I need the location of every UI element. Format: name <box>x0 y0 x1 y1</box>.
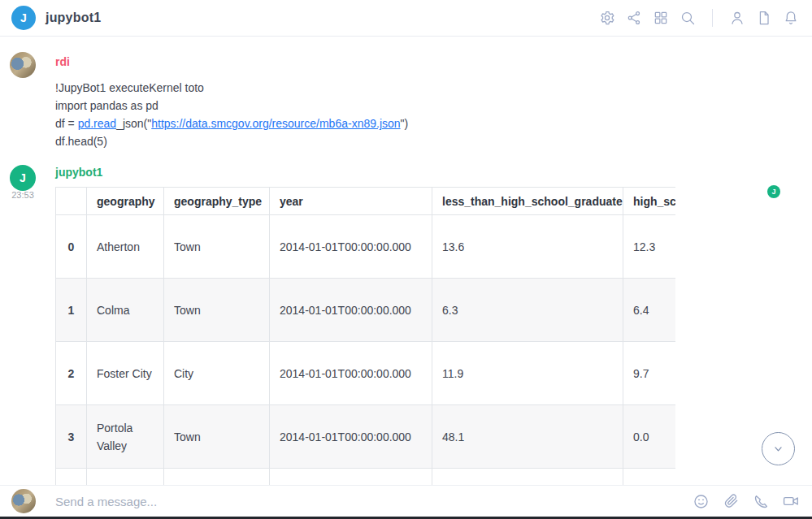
table-cell <box>270 469 432 486</box>
dataframe-body: 0AthertonTown2014-01-01T00:00:00.00013.6… <box>56 215 676 486</box>
message-composer <box>0 485 812 517</box>
table-cell: Atherton <box>87 215 164 279</box>
code-text: _json(" <box>116 117 151 130</box>
table-cell: 48.1 <box>432 405 623 469</box>
url-link[interactable]: https://data.smcgov.org/resource/mb6a-xn… <box>151 117 400 130</box>
table-row <box>56 469 676 486</box>
jump-to-bottom-button[interactable] <box>762 432 795 465</box>
code-text: ") <box>401 117 409 130</box>
table-cell: Foster City <box>87 342 164 405</box>
bot-avatar-letter: J <box>20 171 26 184</box>
table-cell: Town <box>164 279 270 342</box>
code-text: df = <box>55 117 78 130</box>
table-cell <box>56 469 87 486</box>
table-row: 3Portola ValleyTown2014-01-01T00:00:00.0… <box>56 405 676 469</box>
table-cell: 0 <box>56 215 87 279</box>
table-cell: 11.9 <box>432 342 623 405</box>
table-cell <box>432 469 623 486</box>
chevron-down-icon <box>771 441 786 456</box>
emoji-icon[interactable] <box>691 491 710 511</box>
user-avatar[interactable] <box>10 52 36 78</box>
table-cell: 6.3 <box>432 279 623 342</box>
column-header: year <box>270 188 432 215</box>
read-receipt-letter: J <box>771 188 775 196</box>
table-cell <box>623 469 676 486</box>
table-cell: 6.4 <box>623 279 676 342</box>
table-cell: Town <box>164 405 270 469</box>
gear-icon[interactable] <box>597 8 617 28</box>
channel-avatar[interactable]: J <box>11 6 36 30</box>
read-receipt-badge: J <box>767 185 780 198</box>
column-header: geography_type <box>164 188 270 215</box>
message-text-line: df = pd.read_json("https://data.smcgov.o… <box>55 115 812 132</box>
app-window: J jupybot1 <box>0 0 812 519</box>
table-cell: 2 <box>56 342 87 405</box>
document-icon[interactable] <box>754 8 774 28</box>
table-cell: Colma <box>87 279 164 342</box>
table-cell: 13.6 <box>432 215 623 279</box>
table-cell: 0.0 <box>623 405 676 469</box>
username-rdi[interactable]: rdi <box>55 56 70 68</box>
bell-icon[interactable] <box>781 8 801 28</box>
composer-toolbar <box>691 491 801 511</box>
message-text-line: import pandas as pd <box>55 97 812 115</box>
search-icon[interactable] <box>678 8 697 28</box>
phone-icon[interactable] <box>751 491 771 511</box>
column-header: less_than_high_school_graduate <box>432 188 623 215</box>
table-cell: Portola Valley <box>87 405 164 469</box>
table-cell: 2014-01-01T00:00:00.000 <box>270 215 432 279</box>
channel-title[interactable]: jupybot1 <box>46 11 101 25</box>
table-cell: 2014-01-01T00:00:00.000 <box>270 342 432 405</box>
bot-avatar[interactable]: J <box>10 165 36 191</box>
table-cell <box>87 469 164 486</box>
table-cell: City <box>164 342 270 405</box>
username-jupybot1[interactable]: jupybot1 <box>55 167 102 179</box>
table-row: 2Foster CityCity2014-01-01T00:00:00.0001… <box>56 342 676 405</box>
paperclip-icon[interactable] <box>721 491 740 511</box>
column-header <box>56 188 87 215</box>
channel-avatar-letter: J <box>20 11 27 24</box>
message-jupybot1: J 23:53 jupybot1 geographygeography_type… <box>0 165 812 485</box>
dataframe-head-row: geographygeography_typeyearless_than_hig… <box>56 188 676 215</box>
message-input[interactable] <box>55 495 683 508</box>
composer-avatar[interactable] <box>11 489 36 513</box>
table-cell: 2014-01-01T00:00:00.000 <box>270 405 432 469</box>
table-row: 0AthertonTown2014-01-01T00:00:00.00013.6… <box>56 215 676 279</box>
message-text-line: !JupyBot1 executeKernel toto <box>55 79 812 97</box>
table-cell: Town <box>164 215 270 279</box>
dataframe-table-container[interactable]: geographygeography_typeyearless_than_hig… <box>55 187 675 485</box>
message-rdi: rdi !JupyBot1 executeKernel toto import … <box>0 52 812 150</box>
person-icon[interactable] <box>727 8 747 28</box>
table-cell: 12.3 <box>623 215 676 279</box>
channel-header: J jupybot1 <box>0 0 812 37</box>
table-cell: 1 <box>56 279 87 342</box>
message-timestamp: 23:53 <box>10 190 36 200</box>
code-link[interactable]: pd.read <box>78 117 116 130</box>
message-list[interactable]: rdi !JupyBot1 executeKernel toto import … <box>0 37 812 485</box>
apps-grid-icon[interactable] <box>651 8 671 28</box>
video-camera-icon[interactable] <box>781 491 801 511</box>
header-toolbar <box>597 8 801 28</box>
table-cell <box>164 469 270 486</box>
table-cell: 3 <box>56 405 87 469</box>
dataframe-table: geographygeography_typeyearless_than_hig… <box>55 187 675 485</box>
table-cell: 2014-01-01T00:00:00.000 <box>270 279 432 342</box>
share-icon[interactable] <box>624 8 644 28</box>
header-divider <box>712 9 713 27</box>
table-row: 1ColmaTown2014-01-01T00:00:00.0006.36.4 <box>56 279 676 342</box>
table-cell: 9.7 <box>623 342 676 405</box>
message-text-line: df.head(5) <box>55 132 812 150</box>
column-header: geography <box>87 188 164 215</box>
column-header: high_school_graduate <box>623 188 676 215</box>
